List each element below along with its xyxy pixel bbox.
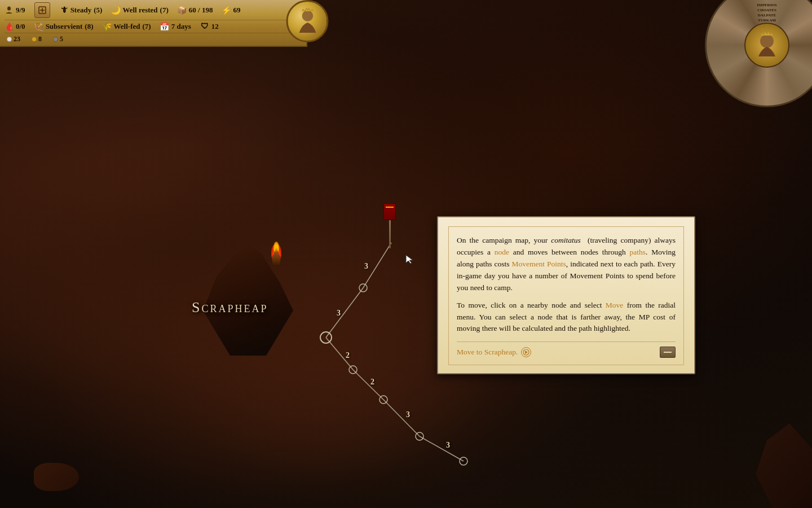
node-word: node	[495, 248, 509, 256]
party-banner	[383, 203, 396, 220]
days-remaining: 📅 7 days	[160, 22, 191, 31]
stat-dots-gray: 5	[53, 35, 63, 43]
morale-value: (5)	[94, 6, 102, 15]
food-value: (7)	[142, 22, 151, 31]
path-label-4: 2	[370, 378, 374, 387]
dot-yellow	[32, 37, 37, 42]
path-label-3: 2	[346, 351, 350, 360]
comitatus-word: comitatus	[551, 236, 581, 244]
rest-icon: 🌙	[111, 6, 120, 15]
move-to-icon	[521, 347, 531, 357]
dot-gray-value: 5	[60, 35, 63, 43]
path-label-1: 3	[364, 262, 368, 271]
discipline-value: (8)	[85, 22, 93, 31]
svg-point-19	[760, 34, 774, 48]
info-text-body: On the campaign map, your comitatus (tra…	[457, 235, 676, 335]
leader-portrait[interactable]	[286, 0, 329, 42]
stat-dots-yellow: 8	[32, 35, 42, 43]
info-paragraph-2: To move, click on a nearby node and sele…	[457, 300, 676, 335]
info-footer: Move to Scrapheap.	[457, 341, 676, 358]
info-panel: On the campaign map, your comitatus (tra…	[437, 216, 695, 374]
move-to-label: Move to Scrapheap.	[457, 348, 518, 357]
renown-icon: ⚡	[222, 6, 231, 15]
calendar-inner	[744, 23, 789, 68]
info-paragraph-1: On the campaign map, your comitatus (tra…	[457, 235, 676, 294]
rest-value: (7)	[160, 6, 169, 15]
supplies: 📦 60 / 198	[178, 6, 213, 15]
supplies-icon: 📦	[178, 6, 187, 15]
move-word: Move	[606, 301, 624, 309]
move-to-scrapheap-link[interactable]: Move to Scrapheap.	[457, 347, 531, 357]
close-icon	[664, 352, 672, 353]
days-value: 7 days	[171, 22, 191, 31]
currency-value: 12	[211, 22, 219, 31]
scrapheap-mountain	[192, 214, 304, 356]
fire-effect	[270, 237, 283, 265]
troop-count: 9/9	[5, 6, 25, 15]
troop-value: 9/9	[16, 6, 25, 15]
dot-white-value: 23	[14, 35, 20, 43]
hud-bar: 9/9 🗡 Steady (5) 🌙 Well rested (7) 📦 60 …	[0, 0, 307, 47]
wounded-icon: 🩸	[5, 22, 14, 31]
upkeep-icon[interactable]	[34, 2, 50, 18]
path-label-6: 3	[446, 441, 450, 450]
mp-word: Movement Points	[512, 260, 566, 268]
info-panel-inner: On the campaign map, your comitatus (tra…	[448, 226, 684, 365]
calendar-wheel[interactable]: IMPERIOSCHOATESDALPATETURKAMNYAAVORA Wee…	[688, 0, 812, 107]
discipline-icon: 🏹	[34, 22, 43, 31]
location-name: Scrapheap	[192, 299, 268, 316]
wounded-value: 0/0	[16, 22, 25, 31]
dot-gray	[53, 37, 58, 42]
party-marker	[383, 203, 396, 248]
currency: 🛡 12	[200, 22, 219, 31]
renown-value: 69	[233, 6, 240, 15]
renown: ⚡ 69	[222, 6, 240, 15]
calendar-outer-ring: IMPERIOSCHOATESDALPATETURKAMNYAAVORA Wee…	[705, 0, 812, 107]
rocks-bottom-left	[34, 463, 79, 491]
discipline-label: Subservient	[46, 22, 83, 31]
path-label-2: 3	[337, 309, 341, 318]
morale-icon: 🗡	[59, 6, 68, 15]
svg-point-13	[7, 7, 11, 11]
party-pole	[389, 220, 391, 248]
troop-icon	[5, 6, 14, 15]
supplies-value: 60 / 198	[189, 6, 213, 15]
path-label-5: 3	[406, 410, 410, 419]
dot-yellow-value: 8	[38, 35, 42, 43]
food-status: 🌾 Well-fed (7)	[103, 22, 151, 31]
rest-label: Well rested	[122, 6, 157, 15]
svg-marker-21	[525, 351, 528, 354]
dot-white	[7, 37, 12, 42]
close-panel-button[interactable]	[660, 347, 676, 358]
food-label: Well-fed	[114, 22, 140, 31]
morale-status: 🗡 Steady (5)	[59, 6, 103, 15]
rest-status: 🌙 Well rested (7)	[111, 6, 168, 15]
discipline-status: 🏹 Subservient (8)	[34, 22, 94, 31]
days-icon: 📅	[160, 22, 169, 31]
morale-label: Steady	[70, 6, 92, 15]
paths-word: paths	[630, 248, 646, 256]
stat-dots-white: 23	[7, 35, 20, 43]
food-icon: 🌾	[103, 22, 112, 31]
currency-icon: 🛡	[200, 22, 209, 31]
wounded-count: 🩸 0/0	[5, 22, 25, 31]
